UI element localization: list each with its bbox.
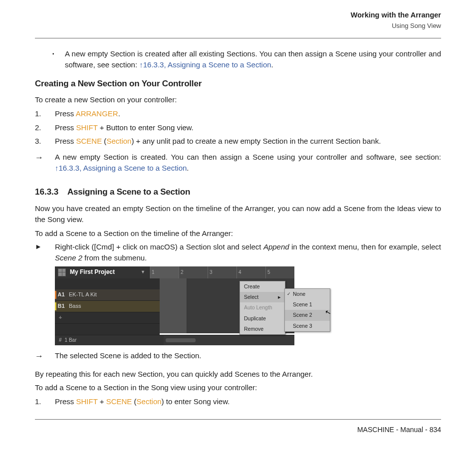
ctx-auto-length: Auto Length (240, 302, 285, 313)
sub-scene-3[interactable]: Scene 3 (285, 321, 330, 331)
ruler-tick: 3 (208, 266, 237, 278)
after-result-row: → The selected Scene is added to the Sec… (35, 350, 441, 363)
plus-icon: + (55, 314, 66, 322)
timeline-area[interactable]: Create Select▸ Auto Length Duplicate Rem… (160, 278, 294, 333)
subheading-create-controller: Creating a New Section on Your Controlle… (35, 78, 441, 90)
result-link[interactable]: ↑16.3.3, Assigning a Scene to a Section (55, 164, 187, 172)
sub-none[interactable]: None (285, 289, 330, 299)
step-2: 2. Press SHIFT + Button to enter Song vi… (35, 122, 441, 133)
arrow-icon: → (35, 350, 55, 363)
intro-text: A new empty Section is created after all… (65, 48, 441, 70)
section-heading: 16.3.3 Assigning a Scene to a Section (35, 186, 441, 199)
intro-bullet: ▪ A new empty Section is created after a… (52, 48, 441, 70)
track-name: EK-TL A Kit (66, 291, 97, 299)
track-list: A1 EK-TL A Kit B1 Bass + (55, 278, 160, 335)
step-text: Press SHIFT + SCENE (Section) to enter S… (55, 396, 441, 407)
step-number: 3. (35, 136, 55, 147)
chevron-right-icon: ▸ (278, 293, 281, 301)
bar-label: 1 Bar (65, 337, 77, 344)
instruction-text: Right-click ([Cmd] + click on macOS) a S… (55, 241, 441, 263)
step-number: 1. (35, 396, 55, 407)
ruler-tick: 1 (150, 266, 179, 278)
intro-suffix: . (271, 60, 273, 69)
result-row: → A new empty Section is created. You ca… (35, 152, 441, 174)
page-footer: MASCHINE - Manual - 834 (35, 419, 441, 435)
kw-arranger: ARRANGER (76, 109, 118, 118)
hash-icon: # (59, 337, 62, 344)
arrow-icon: → (35, 152, 55, 174)
step-text: Press SHIFT + Button to enter Song view. (55, 122, 441, 133)
track-a1[interactable]: A1 EK-TL A Kit (55, 289, 160, 301)
em-append: Append (263, 242, 289, 251)
bar-control[interactable]: # 1 Bar (55, 335, 164, 345)
track-add[interactable]: + (55, 312, 160, 324)
step-1: 1. Press ARRANGER. (35, 108, 441, 119)
section-p1: Now you have created an empty Section on… (35, 203, 441, 225)
section-p2: To add a Scene to a Section on the timel… (35, 228, 441, 239)
chevron-down-icon[interactable]: ▼ (141, 269, 145, 275)
context-menu[interactable]: Create Select▸ Auto Length Duplicate Rem… (239, 281, 285, 335)
page-header: Working with the Arranger Using Song Vie… (35, 10, 441, 38)
track-slot: A1 (55, 291, 66, 299)
ruler-tick: 4 (237, 266, 265, 278)
timeline-ruler[interactable]: 1 2 3 4 5 (150, 266, 294, 278)
track-name: Bass (66, 302, 81, 310)
header-subtitle: Using Song View (35, 21, 441, 35)
after-p2: To add a Scene to a Section in the Song … (35, 382, 441, 393)
track-b1[interactable]: B1 Bass (55, 301, 160, 312)
ctx-duplicate[interactable]: Duplicate (240, 313, 285, 324)
scroll-track[interactable] (164, 335, 294, 345)
kw-shift: SHIFT (76, 397, 98, 406)
result-text: A new empty Section is created. You can … (55, 152, 441, 174)
after-p1: By repeating this for each new Section, … (35, 369, 441, 380)
step-text: Press SCENE (Section) + any unlit pad to… (55, 136, 441, 147)
ctx-create[interactable]: Create (240, 281, 285, 292)
grid-icon[interactable] (58, 268, 66, 276)
kw-shift: SHIFT (76, 123, 98, 132)
lead-text: To create a new Section on your controll… (35, 94, 441, 105)
track-slot: B1 (55, 302, 66, 310)
submenu[interactable]: None Scene 1 Scene 2 Scene 3 (284, 288, 330, 332)
section-number: 16.3.3 (35, 186, 67, 199)
section-title: Assigning a Scene to a Section (67, 186, 441, 199)
project-name: My First Project (70, 268, 115, 276)
kw-scene: SCENE (106, 397, 132, 406)
after-result-text: The selected Scene is added to the Secti… (55, 350, 441, 363)
header-title: Working with the Arranger (35, 10, 441, 20)
step-number: 2. (35, 122, 55, 133)
sub-scene-1[interactable]: Scene 1 (285, 299, 330, 310)
ruler-tick: 5 (265, 266, 294, 278)
triangle-icon: ► (35, 241, 55, 263)
scroll-thumb[interactable] (166, 338, 196, 342)
kw-scene: SCENE (76, 137, 102, 145)
kw-section: Section (106, 137, 131, 145)
arranger-screenshot: My First Project ▼ 1 2 3 4 5 A1 EK-TL A … (55, 266, 294, 345)
instruction-row: ► Right-click ([Cmd] + click on macOS) a… (35, 241, 441, 263)
ctx-select[interactable]: Select▸ (240, 292, 285, 302)
step-number: 1. (35, 108, 55, 119)
step-text: Press ARRANGER. (55, 108, 441, 119)
ruler-tick: 2 (179, 266, 208, 278)
step-3: 3. Press SCENE (Section) + any unlit pad… (35, 136, 441, 147)
project-header[interactable]: My First Project ▼ (55, 266, 150, 278)
ctx-remove[interactable]: Remove (240, 324, 285, 334)
after-step-1: 1. Press SHIFT + SCENE (Section) to ente… (35, 396, 441, 407)
em-scene2: Scene 2 (55, 253, 82, 262)
kw-section: Section (137, 397, 162, 406)
sub-scene-2[interactable]: Scene 2 (285, 310, 330, 320)
intro-link[interactable]: ↑16.3.3, Assigning a Scene to a Section (139, 60, 271, 69)
bullet-icon: ▪ (52, 48, 65, 70)
